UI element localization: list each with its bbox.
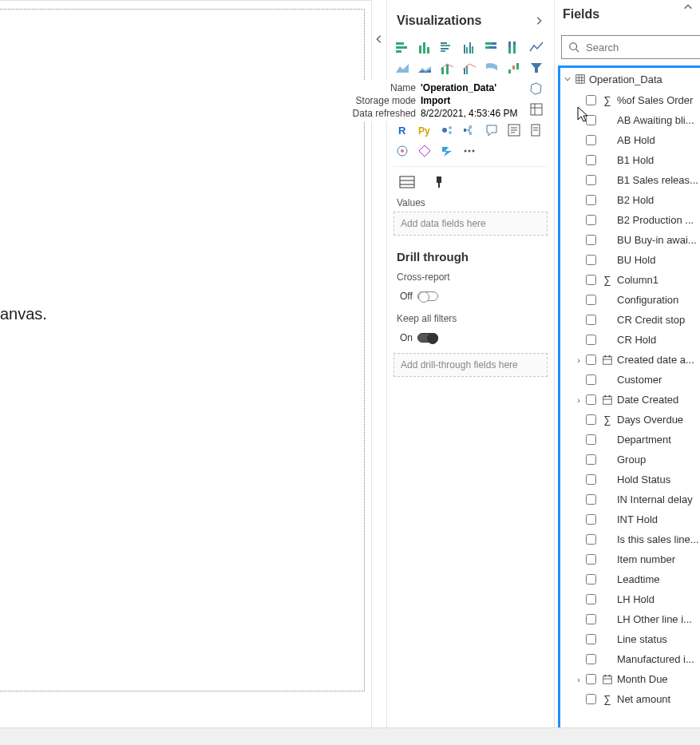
stacked-bar-icon[interactable] (394, 38, 411, 56)
field-item[interactable]: CR Credit stop (562, 310, 700, 330)
paginated-icon[interactable] (528, 121, 545, 139)
field-item[interactable]: B2 Hold (562, 190, 700, 210)
stacked-column-100-icon[interactable] (505, 38, 523, 56)
field-checkbox[interactable] (586, 135, 596, 145)
field-item[interactable]: Group (562, 450, 700, 470)
powerapps-icon[interactable] (416, 142, 433, 160)
cross-report-toggle[interactable] (417, 291, 438, 301)
field-checkbox[interactable] (586, 574, 596, 585)
field-item[interactable]: Is this sales line... (562, 529, 700, 549)
field-item[interactable]: Customer (562, 370, 700, 390)
field-item[interactable]: Hold Status (562, 470, 700, 489)
values-dropzone[interactable]: Add data fields here (394, 212, 548, 236)
shape-map-icon[interactable] (528, 80, 545, 97)
field-item[interactable]: B2 Production ... (562, 210, 700, 230)
field-checkbox[interactable] (586, 514, 596, 525)
field-checkbox[interactable] (586, 335, 596, 345)
field-item[interactable]: CR Hold (562, 330, 700, 350)
chevron-right-icon[interactable] (533, 15, 544, 26)
field-item[interactable]: LH Hold (562, 589, 700, 609)
field-item[interactable]: ›Month Due (562, 669, 700, 689)
matrix-icon[interactable] (528, 101, 545, 118)
field-checkbox[interactable] (586, 315, 596, 325)
field-checkbox[interactable] (586, 494, 596, 505)
field-item[interactable]: BU Buy-in awai... (562, 230, 700, 250)
funnel-icon[interactable] (528, 59, 545, 77)
stacked-area-icon[interactable] (416, 59, 433, 77)
table-node[interactable]: Operation_Data ⋯ (560, 68, 700, 90)
stacked-bar-100-icon[interactable] (483, 38, 500, 56)
field-checkbox[interactable] (586, 534, 596, 545)
format-tab[interactable] (430, 175, 448, 189)
field-checkbox[interactable] (586, 594, 596, 604)
field-checkbox[interactable] (586, 474, 596, 485)
r-visual-icon[interactable]: R (394, 121, 411, 139)
chevron-right-icon[interactable]: › (575, 675, 583, 684)
field-checkbox[interactable] (586, 414, 596, 425)
search-input[interactable] (584, 41, 700, 54)
field-checkbox[interactable] (586, 195, 596, 205)
field-checkbox[interactable] (586, 175, 596, 185)
line-column-icon[interactable] (438, 59, 456, 77)
ribbon-chart-icon[interactable] (483, 59, 500, 77)
field-checkbox[interactable] (586, 614, 596, 624)
decomposition-icon[interactable] (461, 121, 478, 139)
stacked-column-icon[interactable] (416, 38, 433, 56)
field-item[interactable]: B1 Hold (562, 150, 700, 170)
chevron-right-icon[interactable]: › (575, 395, 583, 405)
field-checkbox[interactable] (586, 694, 596, 704)
field-item[interactable]: Manufactured i... (562, 649, 700, 669)
more-visuals-icon[interactable] (461, 142, 478, 160)
field-checkbox[interactable] (586, 554, 596, 565)
field-checkbox[interactable] (586, 434, 596, 445)
field-item[interactable]: ›Date Created (562, 390, 700, 410)
key-influencers-icon[interactable] (438, 121, 456, 139)
line-clustered-icon[interactable] (461, 59, 478, 77)
field-item[interactable]: AB Awaiting bli... (562, 110, 700, 130)
field-item[interactable]: ∑Days Overdue (562, 410, 700, 430)
field-checkbox[interactable] (586, 235, 596, 245)
field-item[interactable]: INT Hold (562, 509, 700, 529)
field-checkbox[interactable] (586, 215, 596, 225)
field-item[interactable]: Department (562, 430, 700, 450)
qa-icon[interactable] (483, 121, 500, 139)
field-checkbox[interactable] (586, 634, 596, 644)
line-chart-icon[interactable] (528, 38, 545, 56)
field-item[interactable]: BU Hold (562, 250, 700, 270)
field-checkbox[interactable] (586, 654, 596, 664)
narrative-icon[interactable] (505, 121, 523, 139)
field-checkbox[interactable] (586, 674, 596, 684)
automate-icon[interactable] (438, 142, 456, 160)
field-item[interactable]: Item number (562, 549, 700, 569)
field-checkbox[interactable] (586, 454, 596, 465)
field-checkbox[interactable] (586, 95, 596, 105)
clustered-column-icon[interactable] (461, 38, 478, 56)
field-checkbox[interactable] (586, 255, 596, 265)
chevron-right-icon[interactable]: › (575, 355, 583, 365)
field-item[interactable]: LH Other line i... (562, 609, 700, 629)
field-checkbox[interactable] (586, 374, 596, 385)
field-checkbox[interactable] (586, 355, 596, 365)
field-checkbox[interactable] (586, 295, 596, 305)
field-item[interactable]: ∑%of Sales Order (562, 90, 700, 110)
keep-filters-toggle[interactable] (417, 333, 438, 343)
field-item[interactable]: ∑Column1 (562, 270, 700, 290)
field-checkbox[interactable] (586, 394, 596, 405)
fields-well-tab[interactable] (398, 175, 416, 189)
python-visual-icon[interactable]: Py (416, 121, 433, 139)
field-item[interactable]: Leadtime (562, 569, 700, 589)
field-item[interactable]: IN Internal delay (562, 489, 700, 509)
clustered-bar-icon[interactable] (438, 38, 456, 56)
field-item[interactable]: AB Hold (562, 130, 700, 150)
field-item[interactable]: ∑Net amount (562, 689, 700, 709)
fields-search[interactable] (561, 35, 700, 59)
report-canvas[interactable]: anvas. (0, 0, 371, 745)
field-checkbox[interactable] (586, 275, 596, 285)
drillthrough-dropzone[interactable]: Add drill-through fields here (394, 353, 548, 377)
field-item[interactable]: Configuration (562, 290, 700, 310)
field-item[interactable]: ›Created date a... (562, 350, 700, 370)
arcgis-icon[interactable] (394, 142, 411, 160)
area-chart-icon[interactable] (394, 59, 411, 77)
field-item[interactable]: B1 Sales releas... (562, 170, 700, 190)
waterfall-icon[interactable] (505, 59, 523, 77)
